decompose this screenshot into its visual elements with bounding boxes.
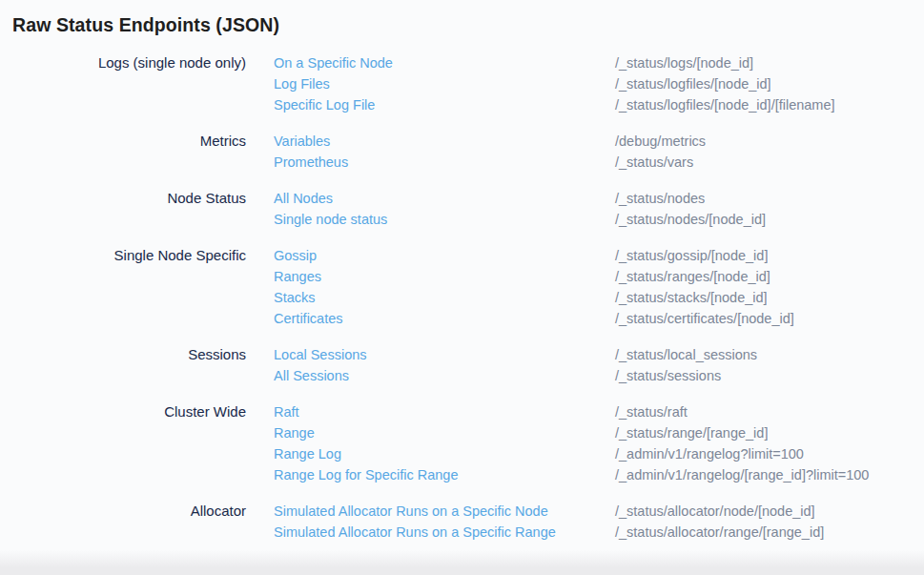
paths-column: /_status/raft/_status/range/[range_id]/_… <box>615 401 924 485</box>
category-label: Node Status <box>0 188 246 209</box>
endpoint-group: Single Node Specific GossipRangesStacksC… <box>0 245 924 329</box>
paths-column: /_status/nodes/_status/nodes/[node_id] <box>615 188 924 230</box>
endpoint-link[interactable]: Specific Log File <box>274 94 615 115</box>
endpoint-link[interactable]: Single node status <box>274 209 615 230</box>
endpoint-link[interactable]: Gossip <box>274 245 615 266</box>
endpoint-link[interactable]: Simulated Allocator Runs on a Specific N… <box>274 501 615 522</box>
endpoint-path: /debug/metrics <box>615 131 924 152</box>
category-label: Logs (single node only) <box>0 52 246 73</box>
paths-column: /_status/allocator/node/[node_id]/_statu… <box>615 501 924 543</box>
endpoint-path: /_status/raft <box>615 401 924 422</box>
category-label: Single Node Specific <box>0 245 246 266</box>
endpoint-table: Logs (single node only) On a Specific No… <box>0 52 924 543</box>
endpoint-path: /_status/gossip/[node_id] <box>615 245 924 266</box>
endpoint-group: Logs (single node only) On a Specific No… <box>0 52 924 115</box>
endpoint-link[interactable]: All Nodes <box>274 188 615 209</box>
category-label: Cluster Wide <box>0 401 246 422</box>
endpoint-path: /_admin/v1/rangelog?limit=100 <box>615 443 924 464</box>
paths-column: /_status/gossip/[node_id]/_status/ranges… <box>615 245 924 329</box>
paths-column: /_status/local_sessions/_status/sessions <box>615 344 924 386</box>
endpoint-link[interactable]: All Sessions <box>274 365 615 386</box>
links-column: Local SessionsAll Sessions <box>274 344 615 386</box>
category-label: Allocator <box>0 501 246 522</box>
endpoint-path: /_admin/v1/rangelog/[range_id]?limit=100 <box>615 464 924 485</box>
endpoint-path: /_status/local_sessions <box>615 344 924 365</box>
endpoint-path: /_status/vars <box>615 152 924 173</box>
links-column: GossipRangesStacksCertificates <box>274 245 615 329</box>
endpoint-path: /_status/ranges/[node_id] <box>615 266 924 287</box>
raw-status-endpoints-page: Raw Status Endpoints (JSON) Logs (single… <box>0 0 924 543</box>
category-label: Sessions <box>0 344 246 365</box>
bottom-fade-strip <box>0 550 924 575</box>
endpoint-link[interactable]: Stacks <box>274 287 615 308</box>
endpoint-path: /_status/stacks/[node_id] <box>615 287 924 308</box>
endpoint-group: Cluster Wide RaftRangeRange LogRange Log… <box>0 401 924 485</box>
links-column: VariablesPrometheus <box>274 131 615 173</box>
endpoint-link[interactable]: Variables <box>274 131 615 152</box>
links-column: Simulated Allocator Runs on a Specific N… <box>274 501 615 543</box>
endpoint-link[interactable]: Ranges <box>274 266 615 287</box>
endpoint-group: Node Status All NodesSingle node status … <box>0 188 924 230</box>
endpoint-group: Sessions Local SessionsAll Sessions /_st… <box>0 344 924 386</box>
endpoint-path: /_status/allocator/node/[node_id] <box>615 501 924 522</box>
endpoint-link[interactable]: Log Files <box>274 73 615 94</box>
endpoint-link[interactable]: Range Log for Specific Range <box>274 464 615 485</box>
links-column: RaftRangeRange LogRange Log for Specific… <box>274 401 615 485</box>
endpoint-link[interactable]: Simulated Allocator Runs on a Specific R… <box>274 522 615 543</box>
endpoint-path: /_status/range/[range_id] <box>615 422 924 443</box>
category-label: Metrics <box>0 131 246 152</box>
page-title: Raw Status Endpoints (JSON) <box>12 12 924 37</box>
endpoint-link[interactable]: Certificates <box>274 308 615 329</box>
endpoint-link[interactable]: Range Log <box>274 443 615 464</box>
endpoint-path: /_status/logfiles/[node_id] <box>615 73 924 94</box>
endpoint-path: /_status/allocator/range/[range_id] <box>615 522 924 543</box>
endpoint-link[interactable]: On a Specific Node <box>274 52 615 73</box>
endpoint-link[interactable]: Range <box>274 422 615 443</box>
paths-column: /_status/logs/[node_id]/_status/logfiles… <box>615 52 924 115</box>
endpoint-group: Metrics VariablesPrometheus /debug/metri… <box>0 131 924 173</box>
endpoint-path: /_status/logs/[node_id] <box>615 52 924 73</box>
endpoint-link[interactable]: Raft <box>274 401 615 422</box>
endpoint-link[interactable]: Prometheus <box>274 152 615 173</box>
endpoint-path: /_status/logfiles/[node_id]/[filename] <box>615 94 924 115</box>
endpoint-path: /_status/nodes <box>615 188 924 209</box>
links-column: All NodesSingle node status <box>274 188 615 230</box>
endpoint-link[interactable]: Local Sessions <box>274 344 615 365</box>
endpoint-path: /_status/nodes/[node_id] <box>615 209 924 230</box>
endpoint-path: /_status/certificates/[node_id] <box>615 308 924 329</box>
endpoint-path: /_status/sessions <box>615 365 924 386</box>
paths-column: /debug/metrics/_status/vars <box>615 131 924 173</box>
links-column: On a Specific NodeLog FilesSpecific Log … <box>274 52 615 115</box>
endpoint-group: Allocator Simulated Allocator Runs on a … <box>0 501 924 543</box>
